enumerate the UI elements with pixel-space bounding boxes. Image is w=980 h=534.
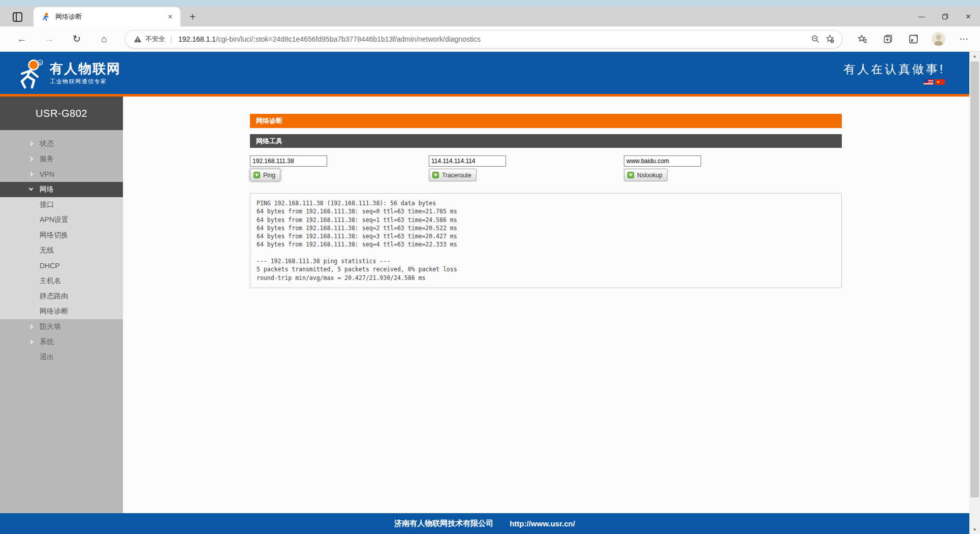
svg-text:R: R: [39, 60, 42, 65]
header-slogan: 有人在认真做事!: [844, 61, 945, 77]
sidebar-item-wireless[interactable]: 无线: [0, 243, 123, 258]
sidebar-item-services[interactable]: 服务: [0, 151, 123, 167]
titlebar: 网络诊断 ✕ + — ✕: [0, 6, 980, 26]
sidebar-item-system[interactable]: 系统: [0, 334, 123, 350]
home-button[interactable]: ⌂: [97, 31, 112, 47]
usr-logo: R 有人物联网 工业物联网通信专家: [15, 57, 121, 89]
scroll-down-icon[interactable]: ▼: [969, 525, 980, 534]
forward-button[interactable]: →: [42, 31, 57, 47]
sidebar-item-interfaces[interactable]: 接口: [0, 197, 123, 212]
page-viewport: R 有人物联网 工业物联网通信专家 有人在认真做事!: [0, 52, 980, 534]
sidebar-item-dhcp[interactable]: DHCP: [0, 258, 123, 273]
refresh-button[interactable]: ↻: [69, 31, 84, 47]
ping-button[interactable]: Ping: [250, 169, 280, 181]
new-tab-button[interactable]: +: [185, 10, 200, 24]
browser-window: 网络诊断 ✕ + — ✕ ← → ↻ ⌂ 不安全 | 192.168.1.1/c…: [0, 0, 980, 534]
not-secure-warning-icon: [134, 36, 142, 43]
sidebar-item-apn[interactable]: APN设置: [0, 212, 123, 228]
chevron-down-icon: [29, 186, 33, 191]
close-button[interactable]: ✕: [957, 6, 980, 26]
main-content: 网络诊断 网络工具 Ping: [123, 97, 969, 513]
profile-avatar[interactable]: [932, 32, 945, 46]
address-bar[interactable]: 不安全 | 192.168.1.1/cgi-bin/luci/;stok=24d…: [125, 30, 842, 48]
svg-text:e: e: [911, 37, 913, 43]
chevron-right-icon: [29, 157, 33, 161]
sidebar-item-status[interactable]: 状态: [0, 136, 123, 151]
window-top-edge: [0, 0, 980, 6]
browser-essentials-icon[interactable]: e: [906, 32, 921, 46]
section-title: 网络工具: [250, 134, 842, 148]
favorites-icon[interactable]: [856, 32, 870, 46]
language-flags: ★: [924, 79, 945, 85]
settings-more-icon[interactable]: ⋯: [957, 32, 971, 46]
brand-tagline: 工业物联网通信专家: [50, 78, 121, 85]
window-controls: — ✕: [910, 6, 980, 26]
run-icon: [627, 172, 634, 178]
chevron-right-icon: [29, 325, 33, 329]
run-icon: [432, 172, 439, 178]
tab-actions-icon: [13, 12, 22, 22]
address-divider: |: [170, 35, 172, 43]
url-text: 192.168.1.1/cgi-bin/luci/;stok=24d8c1e46…: [178, 35, 808, 43]
sidebar: USR-G802 状态 服务 VPN: [0, 97, 123, 513]
chevron-right-icon: [29, 142, 33, 146]
footer-company: 济南有人物联网技术有限公司: [394, 519, 493, 528]
network-tools-form: Ping Traceroute: [250, 155, 842, 181]
tab-actions-menu-button[interactable]: [8, 9, 26, 24]
ping-output-text: PING 192.168.111.38 (192.168.111.38): 56…: [257, 199, 835, 282]
add-favorite-icon[interactable]: [823, 32, 837, 46]
zoom-out-icon[interactable]: [808, 32, 823, 46]
browser-toolbar: ← → ↻ ⌂ 不安全 | 192.168.1.1/cgi-bin/luci/;…: [0, 26, 980, 52]
collections-icon[interactable]: [881, 32, 895, 46]
sidebar-item-diagnostics[interactable]: 网络诊断: [0, 304, 123, 319]
url-path: /cgi-bin/luci/;stok=24d8c1e4656fd95ba7b3…: [216, 35, 481, 43]
page-title: 网络诊断: [250, 114, 842, 128]
security-label: 不安全: [145, 35, 165, 44]
chevron-right-icon: [29, 340, 33, 344]
tab-close-icon[interactable]: ✕: [165, 12, 175, 22]
usr-logo-icon: R: [15, 57, 45, 89]
sidebar-item-vpn[interactable]: VPN: [0, 167, 123, 182]
nslookup-button[interactable]: Nslookup: [624, 169, 668, 181]
network-submenu: 接口 APN设置 网络切换 无线 DHCP 主机名 静态路由 网络诊断: [0, 197, 123, 319]
sidebar-item-logout[interactable]: 退出: [0, 350, 123, 365]
toolbar-right-icons: e ⋯: [856, 32, 971, 46]
traceroute-button[interactable]: Traceroute: [429, 169, 477, 181]
nslookup-address-input[interactable]: [624, 155, 701, 167]
sidebar-item-hostname[interactable]: 主机名: [0, 273, 123, 289]
traceroute-address-input[interactable]: [429, 155, 506, 167]
back-button[interactable]: ←: [14, 31, 29, 47]
scrollbar-thumb[interactable]: [970, 61, 979, 497]
sidebar-item-static-routes[interactable]: 静态路由: [0, 289, 123, 304]
scroll-up-icon[interactable]: ▲: [969, 52, 980, 60]
brand-name: 有人物联网: [50, 61, 121, 76]
active-tab[interactable]: 网络诊断 ✕: [34, 7, 180, 26]
device-name: USR-G802: [0, 97, 123, 130]
flag-cn-icon[interactable]: ★: [935, 79, 945, 85]
site-header: R 有人物联网 工业物联网通信专家 有人在认真做事!: [0, 52, 969, 94]
url-domain: 192.168.1.1: [178, 35, 216, 43]
flag-us-icon[interactable]: [924, 79, 933, 85]
footer-url: http://www.usr.cn/: [510, 519, 575, 528]
ping-address-input[interactable]: [250, 155, 327, 167]
usr-favicon: [42, 13, 50, 21]
diagnostics-output-box: PING 192.168.111.38 (192.168.111.38): 56…: [250, 193, 842, 288]
minimize-button[interactable]: —: [910, 6, 933, 26]
page-scrollbar[interactable]: ▲ ▼: [969, 52, 980, 534]
sidebar-item-firewall[interactable]: 防火墙: [0, 319, 123, 334]
site-footer: 济南有人物联网技术有限公司 http://www.usr.cn/: [0, 513, 969, 534]
sidebar-item-network[interactable]: 网络: [0, 182, 123, 197]
restore-icon: [942, 14, 948, 19]
sidebar-item-network-switch[interactable]: 网络切换: [0, 228, 123, 243]
restore-button[interactable]: [933, 6, 957, 26]
tab-title: 网络诊断: [55, 12, 165, 21]
run-icon: [254, 172, 260, 178]
chevron-right-icon: [29, 172, 33, 176]
